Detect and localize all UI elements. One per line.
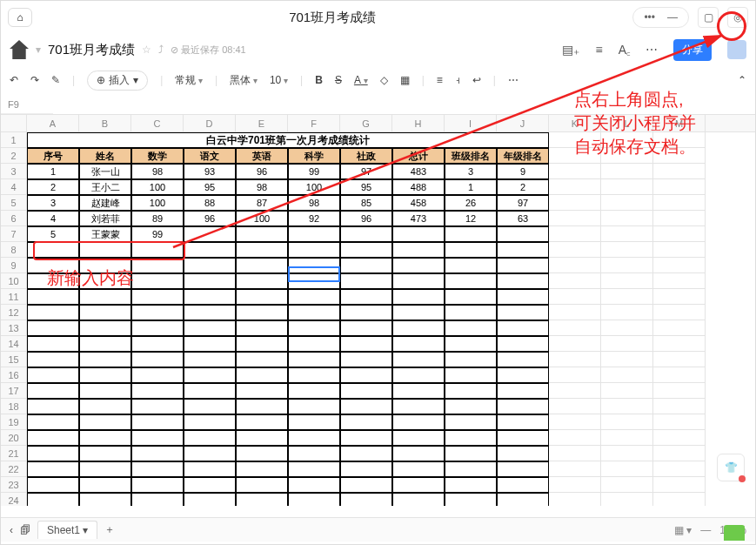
cell[interactable] (653, 399, 706, 414)
cell[interactable] (288, 414, 340, 430)
cell[interactable] (549, 430, 601, 446)
cell[interactable]: 98 (236, 179, 288, 195)
cell[interactable] (392, 367, 445, 383)
cell[interactable] (497, 461, 549, 477)
col-header[interactable]: C (131, 115, 184, 131)
cell[interactable] (653, 179, 706, 195)
cell[interactable] (184, 352, 236, 367)
insert-menu[interactable]: ⊕ 插入 ▾ (87, 71, 148, 91)
cell[interactable]: 100 (131, 195, 184, 211)
cell[interactable] (288, 430, 340, 446)
cell[interactable] (184, 493, 236, 506)
cell[interactable] (184, 226, 236, 242)
cell[interactable] (27, 367, 79, 383)
cell[interactable] (445, 383, 497, 399)
cell[interactable] (340, 226, 392, 242)
cell[interactable] (601, 179, 653, 195)
cell[interactable] (549, 242, 601, 258)
cell[interactable] (184, 289, 236, 305)
cell[interactable] (340, 289, 392, 305)
row-header[interactable]: 24 (1, 493, 26, 506)
cell[interactable] (288, 289, 340, 305)
cell[interactable] (340, 258, 392, 273)
cell[interactable] (184, 383, 236, 399)
cell[interactable] (601, 195, 653, 211)
row-header[interactable]: 15 (1, 352, 26, 367)
cell[interactable] (236, 289, 288, 305)
more-tool-icon[interactable]: ⋯ (646, 43, 658, 57)
row-header[interactable]: 23 (1, 477, 26, 493)
cell[interactable] (288, 493, 340, 506)
cell[interactable] (392, 320, 445, 336)
fill-color-icon[interactable]: ◇ (380, 74, 388, 86)
cell[interactable] (288, 336, 340, 352)
cell[interactable] (549, 320, 601, 336)
cell[interactable] (497, 258, 549, 273)
cell[interactable] (497, 352, 549, 367)
cell[interactable] (236, 242, 288, 258)
col-header[interactable]: A (27, 115, 79, 131)
cell[interactable]: 96 (184, 211, 236, 226)
cell[interactable] (288, 258, 340, 273)
cell[interactable] (549, 226, 601, 242)
cell[interactable] (288, 446, 340, 461)
cell[interactable] (340, 305, 392, 320)
row-header[interactable]: 16 (1, 367, 26, 383)
cell[interactable] (184, 320, 236, 336)
cell[interactable] (131, 493, 184, 506)
cell[interactable] (27, 320, 79, 336)
cell[interactable] (497, 226, 549, 242)
cell[interactable]: 1 (27, 164, 79, 179)
row-header[interactable]: 22 (1, 461, 26, 477)
row-header[interactable]: 14 (1, 336, 26, 352)
cell[interactable] (601, 305, 653, 320)
cell[interactable] (497, 320, 549, 336)
cell[interactable] (497, 289, 549, 305)
cell[interactable] (288, 477, 340, 493)
cell[interactable]: 2 (27, 179, 79, 195)
cell[interactable] (653, 242, 706, 258)
row-header[interactable]: 12 (1, 305, 26, 320)
cell[interactable] (236, 461, 288, 477)
cell[interactable] (497, 305, 549, 320)
cell[interactable] (79, 320, 131, 336)
cell[interactable]: 年级排名 (497, 148, 549, 164)
cell[interactable] (392, 399, 445, 414)
cell[interactable] (392, 289, 445, 305)
cell[interactable] (445, 242, 497, 258)
cell[interactable] (653, 273, 706, 289)
cell[interactable] (288, 461, 340, 477)
cell[interactable] (392, 226, 445, 242)
cell[interactable] (27, 352, 79, 367)
cell[interactable] (549, 305, 601, 320)
cell[interactable] (497, 399, 549, 414)
cell[interactable] (288, 367, 340, 383)
cell[interactable] (184, 414, 236, 430)
prev-sheet-icon[interactable]: ‹ (10, 524, 13, 536)
cell[interactable]: 483 (392, 164, 445, 179)
cell[interactable] (131, 461, 184, 477)
cell[interactable] (236, 273, 288, 289)
cell[interactable] (236, 446, 288, 461)
cell[interactable] (549, 195, 601, 211)
cell[interactable] (79, 430, 131, 446)
cell[interactable] (653, 477, 706, 493)
cell[interactable] (601, 258, 653, 273)
cell[interactable]: 473 (392, 211, 445, 226)
cell[interactable] (392, 383, 445, 399)
cell[interactable] (340, 383, 392, 399)
cell[interactable] (653, 383, 706, 399)
chevron-up-icon[interactable]: ⌃ (738, 74, 746, 86)
cell[interactable] (392, 258, 445, 273)
cell[interactable] (131, 242, 184, 258)
cell[interactable] (601, 461, 653, 477)
cell[interactable]: 458 (392, 195, 445, 211)
cell[interactable] (79, 461, 131, 477)
cell[interactable]: 序号 (27, 148, 79, 164)
cell-area[interactable]: 白云中学701班第一次月考成绩统计 序号姓名数学语文英语科学社政总计班级排名年级… (27, 132, 755, 506)
cell[interactable] (601, 164, 653, 179)
cell[interactable] (131, 305, 184, 320)
cell[interactable] (392, 477, 445, 493)
cell[interactable] (184, 446, 236, 461)
more-icon[interactable]: ••• (644, 11, 655, 24)
